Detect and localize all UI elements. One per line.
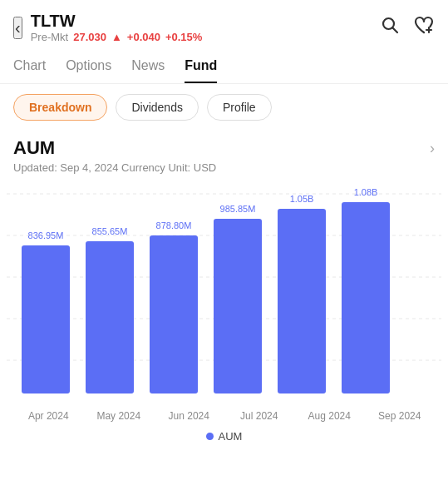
subtab-profile[interactable]: Profile [207, 94, 272, 121]
price-change: +0.040 [127, 31, 160, 43]
aum-section: AUM › Updated: Sep 4, 2024 Currency Unit… [0, 131, 448, 177]
pre-mkt-label: Pre-Mkt [31, 31, 69, 43]
price-change-pct: +0.15% [165, 31, 202, 43]
bar-may [86, 241, 134, 393]
legend-label: AUM [219, 430, 243, 443]
ticker-info: TLTW Pre-Mkt 27.030 ▲ +0.040 +0.15% [31, 12, 203, 43]
svg-text:985.85M: 985.85M [220, 204, 256, 214]
bar-sep [342, 202, 390, 393]
aum-title-row: AUM › [13, 137, 435, 159]
aum-bar-chart: 836.95M 855.65M 878.80M 985.85M 1.05B 1.… [7, 186, 441, 402]
bar-jun [150, 235, 198, 393]
svg-text:878.80M: 878.80M [156, 220, 192, 230]
label-sep: Sep 2024 [365, 410, 436, 422]
nav-tabs: Chart Options News Fund [0, 50, 448, 84]
svg-text:836.95M: 836.95M [28, 230, 64, 240]
ticker-symbol: TLTW [31, 12, 203, 31]
header-left: ‹ TLTW Pre-Mkt 27.030 ▲ +0.040 +0.15% [13, 12, 202, 43]
legend-dot [206, 433, 214, 440]
bar-aug [278, 209, 326, 393]
chart-container: 836.95M 855.65M 878.80M 985.85M 1.05B 1.… [0, 177, 448, 422]
label-apr: Apr 2024 [13, 410, 84, 422]
tab-fund[interactable]: Fund [185, 50, 217, 83]
svg-line-1 [393, 28, 398, 33]
bar-labels: Apr 2024 May 2024 Jun 2024 Jul 2024 Aug … [7, 405, 441, 422]
search-button[interactable] [380, 15, 400, 40]
tab-options[interactable]: Options [66, 50, 111, 83]
label-may: May 2024 [84, 410, 155, 422]
header-icons [380, 15, 435, 40]
back-button[interactable]: ‹ [13, 17, 22, 39]
tab-news[interactable]: News [131, 50, 165, 83]
label-jun: Jun 2024 [154, 410, 224, 422]
label-aug: Aug 2024 [294, 410, 365, 422]
subtab-breakdown[interactable]: Breakdown [13, 94, 107, 121]
bar-apr [22, 245, 70, 393]
price-value: 27.030 [73, 31, 106, 43]
aum-arrow: › [430, 140, 435, 157]
svg-text:1.05B: 1.05B [290, 194, 314, 204]
svg-text:855.65M: 855.65M [92, 226, 128, 236]
tab-chart[interactable]: Chart [13, 50, 46, 83]
svg-text:1.08B: 1.08B [354, 187, 378, 197]
bar-jul [214, 219, 262, 393]
sub-tabs: Breakdown Dividends Profile [0, 84, 448, 131]
ticker-sub: Pre-Mkt 27.030 ▲ +0.040 +0.15% [31, 31, 203, 43]
chart-legend: AUM [0, 422, 448, 454]
label-jul: Jul 2024 [224, 410, 295, 422]
aum-title: AUM [13, 137, 55, 159]
price-arrow: ▲ [111, 31, 122, 43]
subtab-dividends[interactable]: Dividends [116, 94, 198, 121]
aum-meta: Updated: Sep 4, 2024 Currency Unit: USD [13, 161, 435, 174]
watchlist-button[interactable] [413, 15, 435, 40]
header: ‹ TLTW Pre-Mkt 27.030 ▲ +0.040 +0.15% [0, 0, 448, 50]
